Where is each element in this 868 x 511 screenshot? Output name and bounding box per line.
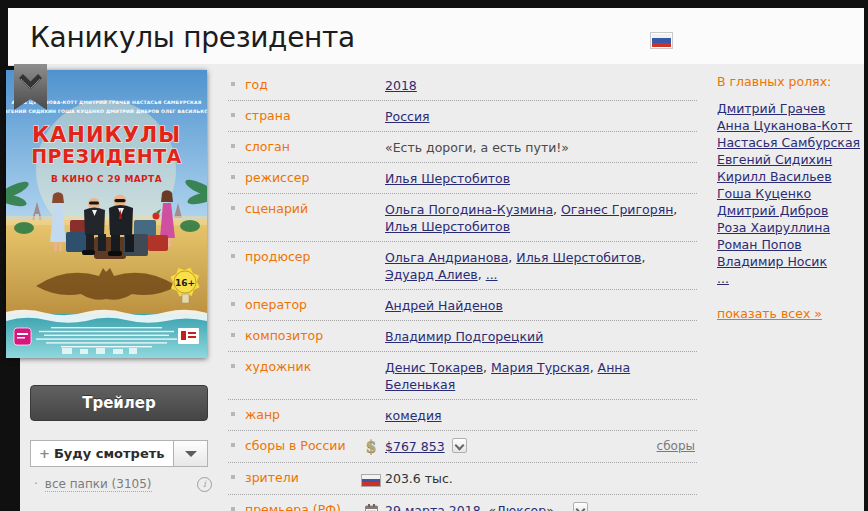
value-text: » bbox=[546, 503, 554, 511]
actor-link[interactable]: Гоша Куценко bbox=[717, 185, 862, 202]
row-bullet-icon bbox=[231, 364, 235, 368]
plus-icon: + bbox=[39, 446, 50, 461]
dollar-icon: $ bbox=[361, 439, 381, 456]
more-actors-link[interactable]: ... bbox=[717, 270, 862, 287]
expander-button[interactable] bbox=[452, 438, 467, 453]
value-text: , bbox=[483, 360, 491, 375]
calendar-icon bbox=[364, 504, 379, 511]
expander-button[interactable] bbox=[573, 502, 588, 511]
bullet-icon: · bbox=[34, 477, 38, 491]
watch-dropdown[interactable]: +Буду смотреть bbox=[30, 440, 208, 467]
row-bullet-icon bbox=[231, 175, 235, 179]
value-link[interactable]: Оганес Григорян bbox=[561, 202, 673, 217]
row-label: композитор bbox=[245, 328, 385, 343]
value-link[interactable]: Мария Турская bbox=[491, 360, 590, 375]
value-link[interactable]: 29 марта 2018 bbox=[385, 503, 481, 511]
page-header: Каникулы президента bbox=[8, 8, 864, 66]
row-value: Россия bbox=[385, 108, 697, 125]
folders-line: ·все папки (3105) i bbox=[34, 477, 212, 491]
actor-link[interactable]: Дмитрий Дибров bbox=[717, 202, 862, 219]
value-link[interactable]: Ольга Андрианова bbox=[385, 250, 508, 265]
row-value: 203.6 тыс. bbox=[385, 470, 697, 488]
actor-link[interactable]: Владимир Носик bbox=[717, 253, 862, 270]
cast-panel-header: В главных ролях: bbox=[717, 74, 862, 89]
value-text: , bbox=[478, 267, 486, 282]
value-link[interactable]: Денис Токарев bbox=[385, 360, 483, 375]
poster-release-line: В КИНО С 29 МАРТА bbox=[51, 174, 162, 184]
value-link[interactable]: Илья Шерстобитов bbox=[516, 250, 641, 265]
actor-link[interactable]: Роза Хаируллина bbox=[717, 219, 862, 236]
info-row: странаРоссия bbox=[228, 101, 697, 132]
row-value: комедия bbox=[385, 407, 697, 424]
info-row: продюсерОльга Андрианова, Илья Шерстобит… bbox=[228, 242, 697, 290]
row-bullet-icon bbox=[231, 144, 235, 148]
value-link[interactable]: $767 853 bbox=[385, 439, 445, 454]
row-bullet-icon bbox=[231, 412, 235, 416]
info-row: зрители203.6 тыс. bbox=[228, 463, 697, 495]
info-row: художникДенис Токарев, Мария Турская, Ан… bbox=[228, 352, 697, 400]
value-link[interactable]: Россия bbox=[385, 109, 430, 124]
show-all-actors-link[interactable]: показать всех » bbox=[717, 306, 822, 321]
value-link[interactable]: Эдуард Алиев bbox=[385, 267, 478, 282]
all-folders-link[interactable]: все папки (3105) bbox=[45, 477, 152, 492]
box-office-link[interactable]: сборы bbox=[657, 439, 695, 453]
row-label: год bbox=[245, 77, 385, 92]
row-value: 2018 bbox=[385, 77, 697, 94]
calendar-icon bbox=[361, 503, 381, 511]
value-text: , bbox=[590, 360, 598, 375]
info-row: слоган«Есть дороги, а есть пути!» bbox=[228, 132, 697, 163]
value-link[interactable]: Люксор bbox=[496, 503, 546, 511]
info-row: сборы в России$$767 853сборы bbox=[228, 431, 697, 463]
value-link[interactable]: 2018 bbox=[385, 78, 417, 93]
row-value: Ольга Андрианова, Илья Шерстобитов, Эдуа… bbox=[385, 249, 697, 283]
movie-info-table: год2018странаРоссияслоган«Есть дороги, а… bbox=[228, 70, 697, 511]
movie-poster[interactable]: АННА ЦУКАНОВА-КОТТ ДМИТРИЙ ГРАЧЕВ НАСТАС… bbox=[6, 70, 207, 358]
value-text: , bbox=[673, 202, 677, 217]
info-row: год2018 bbox=[228, 70, 697, 101]
actor-link[interactable]: Евгений Сидихин bbox=[717, 151, 862, 168]
cast-list: Дмитрий ГрачевАнна Цуканова-КоттНастасья… bbox=[717, 100, 862, 287]
movie-page: Каникулы президента АННА ЦУКАНОВА-КОТТ Д… bbox=[0, 0, 868, 511]
dollar-icon: $ bbox=[365, 437, 376, 456]
value-link[interactable]: Владимир Подгорецкий bbox=[385, 329, 543, 344]
row-label: художник bbox=[245, 359, 385, 374]
row-bullet-icon bbox=[231, 113, 235, 117]
row-label: режиссер bbox=[245, 170, 385, 185]
actor-link[interactable]: Роман Попов bbox=[717, 236, 862, 253]
svg-text:16+: 16+ bbox=[175, 278, 195, 288]
actor-link[interactable]: Анна Цуканова-Котт bbox=[717, 117, 862, 134]
row-value: Андрей Найденов bbox=[385, 297, 697, 314]
actor-link[interactable]: Кирилл Васильев bbox=[717, 168, 862, 185]
russia-flag-icon bbox=[361, 471, 381, 488]
value-link[interactable]: комедия bbox=[385, 408, 442, 423]
value-text: «Есть дороги, а есть пути!» bbox=[385, 140, 569, 155]
info-row: жанркомедия bbox=[228, 400, 697, 431]
triangle-down-icon bbox=[185, 451, 197, 457]
russia-flag-icon bbox=[650, 32, 673, 49]
row-value: $$767 853 bbox=[385, 438, 697, 456]
trailer-button[interactable]: Трейлер bbox=[30, 385, 208, 421]
watch-dropdown-arrow[interactable] bbox=[173, 441, 207, 466]
info-row: премьера (РФ)29 марта 2018, «Люксор» bbox=[228, 495, 697, 511]
row-bullet-icon bbox=[231, 507, 235, 511]
row-bullet-icon bbox=[231, 475, 235, 479]
actor-link[interactable]: Настасья Самбурская bbox=[717, 134, 862, 151]
info-icon[interactable]: i bbox=[197, 477, 212, 492]
row-value: Денис Токарев, Мария Турская, Анна Белен… bbox=[385, 359, 697, 393]
row-value: «Есть дороги, а есть пути!» bbox=[385, 139, 697, 156]
value-link[interactable]: Андрей Найденов bbox=[385, 298, 503, 313]
row-value: 29 марта 2018, «Люксор» bbox=[385, 502, 697, 511]
folder-ribbon-button[interactable] bbox=[14, 64, 47, 110]
cast-panel: В главных ролях: Дмитрий ГрачевАнна Цука… bbox=[717, 74, 862, 322]
value-text: , bbox=[641, 250, 645, 265]
row-bullet-icon bbox=[231, 333, 235, 337]
row-bullet-icon bbox=[231, 254, 235, 258]
actor-link[interactable]: Дмитрий Грачев bbox=[717, 100, 862, 117]
value-link[interactable]: Илья Шерстобитов bbox=[385, 219, 510, 234]
row-label: сценарий bbox=[245, 201, 385, 216]
value-link[interactable]: ... bbox=[486, 267, 498, 282]
value-link[interactable]: Ольга Погодина-Кузмина bbox=[385, 202, 553, 217]
row-bullet-icon bbox=[231, 302, 235, 306]
chevron-down-icon bbox=[575, 505, 585, 511]
value-link[interactable]: Илья Шерстобитов bbox=[385, 171, 510, 186]
